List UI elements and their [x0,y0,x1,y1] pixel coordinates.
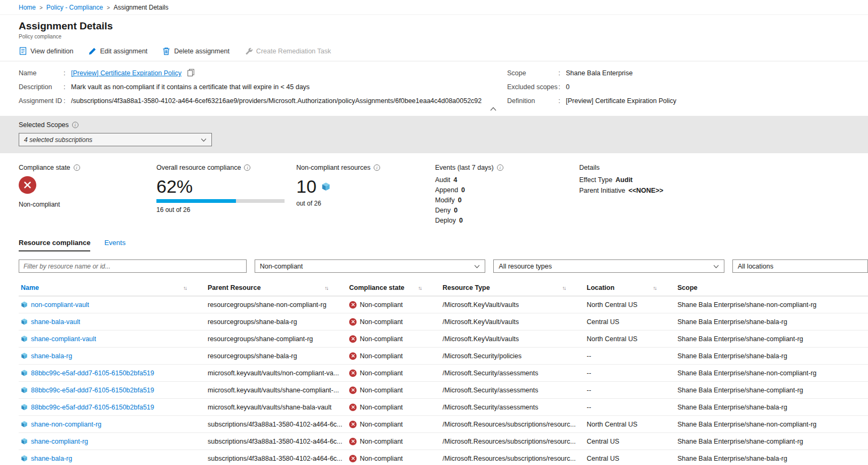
table-row[interactable]: non-compliant-vault resourcegroups/shane… [19,296,868,313]
compliance-state-metric: Compliance state Non-compliant [19,164,156,227]
compliance-state-filter-dropdown[interactable]: Non-compliant [255,259,486,273]
scope-label: Scope [507,69,558,77]
policy-name-link[interactable]: [Preview] Certificate Expiration Policy [71,69,182,77]
name-label: Name [19,69,64,77]
scope-value: Shane Bala Enterprise [566,69,633,77]
name-column-label: Name [21,284,39,291]
resource-name-link[interactable]: shane-compliant-vault [31,335,96,343]
overall-compliance-detail: 16 out of 26 [156,206,296,214]
edit-assignment-button[interactable]: Edit assignment [88,47,147,55]
column-header-scope[interactable]: Scope [675,280,868,296]
breadcrumb-policy-compliance[interactable]: Policy - Compliance [46,4,103,11]
resource-compliance-table: Name ↑↓ Parent Resource ↑↓ Compliance st… [19,280,868,465]
chevron-down-icon [201,136,207,144]
table-row[interactable]: shane-compliant-rg subscriptions/4f3a88a… [19,433,868,450]
assignment-details-page: Home > Policy - Compliance > Assignment … [0,0,868,465]
resource-type-cell: /Microsoft.Resources/subscriptions/resou… [440,433,585,450]
info-icon[interactable] [374,164,380,171]
info-icon[interactable] [72,122,78,128]
compliance-state-text: Non-compliant [360,438,403,445]
resource-filter-input[interactable] [19,259,247,273]
colon: : [558,69,566,77]
location-filter-dropdown[interactable]: All locations [732,259,868,273]
resource-type-filter-dropdown[interactable]: All resource types [493,259,724,273]
compliance-state-text: Non-compliant [360,387,403,394]
copy-icon[interactable] [187,69,194,76]
toolbar: View definition Edit assignment Delete a… [0,42,868,61]
resource-type-cell: /Microsoft.KeyVault/vaults [440,330,585,348]
compliance-state-text: Non-compliant [360,369,403,377]
view-definition-label: View definition [30,48,73,55]
table-row[interactable]: shane-non-compliant-rg subscriptions/4f3… [19,416,868,433]
parent-resource-cell: microsoft.keyvault/vaults/non-compliant-… [206,365,347,382]
tab-resource-compliance[interactable]: Resource compliance [19,239,90,251]
events-label: Events (last 7 days) [435,164,494,171]
resource-name-link[interactable]: shane-bala-rg [31,352,72,360]
non-compliant-resources-count: 10 [296,176,317,196]
table-row[interactable]: shane-bala-rg subscriptions/4f3a88a1-358… [19,450,868,465]
events-list: Audit 4 Append 0 Modify 0 Deny 0 Deploy … [435,176,579,225]
sort-icon[interactable]: ↑↓ [562,285,565,291]
event-value: 4 [454,176,457,184]
breadcrumb-home[interactable]: Home [19,4,36,11]
column-header-compliance-state[interactable]: Compliance state ↑↓ [347,280,440,296]
compliance-state-column-label: Compliance state [349,284,405,291]
selected-scopes-dropdown[interactable]: 4 selected subscriptions [19,133,212,146]
parent-resource-cell: subscriptions/4f3a88a1-3580-4102-a464-6c… [206,450,347,465]
sort-icon[interactable]: ↑↓ [653,285,656,291]
create-remediation-task-button[interactable]: Create Remediation Task [244,47,331,55]
view-definition-button[interactable]: View definition [19,47,73,55]
compliance-summary: Compliance state Non-compliant Overall r… [0,153,868,227]
compliance-state-text: Non-compliant [360,455,403,462]
resource-name-link[interactable]: shane-non-compliant-rg [31,421,101,428]
definition-label: Definition [507,97,558,105]
column-header-name[interactable]: Name ↑↓ [19,280,206,296]
location-column-label: Location [587,284,614,291]
event-value: 0 [459,217,463,225]
table-row[interactable]: 88bbc99c-e5af-ddd7-6105-6150b2bfa519 mic… [19,365,868,382]
non-compliant-resources-detail: out of 26 [296,200,435,207]
resource-cube-icon [21,404,28,411]
resource-name-link[interactable]: 88bbc99c-e5af-ddd7-6105-6150b2bfa519 [31,387,154,394]
table-row[interactable]: 88bbc99c-e5af-ddd7-6105-6150b2bfa519 mic… [19,399,868,416]
resource-name-link[interactable]: 88bbc99c-e5af-ddd7-6105-6150b2bfa519 [31,369,154,377]
table-header-row: Name ↑↓ Parent Resource ↑↓ Compliance st… [19,280,868,296]
excluded-scopes-value[interactable]: 0 [566,83,570,91]
column-header-location[interactable]: Location ↑↓ [585,280,675,296]
info-icon[interactable] [497,164,503,171]
resource-name-link[interactable]: shane-bala-rg [31,455,72,462]
table-body: non-compliant-vault resourcegroups/shane… [19,296,868,465]
info-icon[interactable] [244,164,250,171]
table-row[interactable]: shane-bala-vault resourcegroups/shane-ba… [19,313,868,330]
delete-assignment-button[interactable]: Delete assignment [162,47,230,55]
location-cell: -- [585,365,675,382]
resource-cube-icon [21,301,28,308]
resource-name-link[interactable]: non-compliant-vault [31,301,89,309]
event-item: Deploy 0 [435,217,579,225]
tab-events[interactable]: Events [104,239,125,251]
table-row[interactable]: shane-compliant-vault resourcegroups/sha… [19,330,868,348]
resource-name-link[interactable]: shane-bala-vault [31,318,80,326]
column-header-parent-resource[interactable]: Parent Resource ↑↓ [206,280,347,296]
collapse-details-chevron-icon[interactable] [487,104,500,114]
resource-name-link[interactable]: shane-compliant-rg [31,438,88,445]
compliance-progress-fill [156,199,236,203]
scope-cell: Shane Bala Enterprise/shane-non-complian… [675,416,868,433]
table-row[interactable]: shane-bala-rg resourcegroups/shane-bala-… [19,348,868,365]
description-label: Description [19,83,64,91]
resource-name-link[interactable]: 88bbc99c-e5af-ddd7-6105-6150b2bfa519 [31,404,154,411]
event-name: Deploy [435,217,456,225]
sort-icon[interactable]: ↑↓ [325,285,328,291]
sort-icon[interactable]: ↑↓ [418,285,421,291]
scope-cell: Shane Bala Enterprise/shane-compliant-rg [675,433,868,450]
table-row[interactable]: 88bbc99c-e5af-ddd7-6105-6150b2bfa519 mic… [19,382,868,399]
sort-icon[interactable]: ↑↓ [183,285,186,291]
scope-cell: Shane Bala Enterprise/shane-compliant-rg [675,330,868,348]
info-icon[interactable] [74,164,80,171]
resource-type-filter-value: All resource types [499,263,551,270]
excluded-scopes-label: Excluded scopes [507,83,558,91]
parent-resource-cell: microsoft.keyvault/vaults/shane-complian… [206,382,347,399]
non-compliant-icon [349,301,357,309]
column-header-resource-type[interactable]: Resource Type ↑↓ [440,280,585,296]
scope-cell: Shane Bala Enterprise/shane-bala-rg [675,313,868,330]
